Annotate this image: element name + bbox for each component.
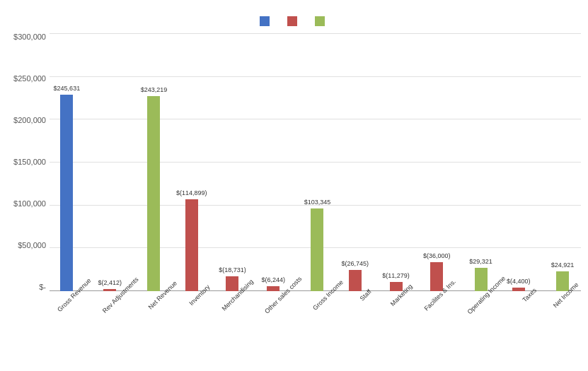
y-axis: $300,000$250,000$200,000$150,000$100,000… bbox=[7, 33, 50, 309]
y-axis-label: $200,000 bbox=[13, 117, 46, 124]
bar-group: $103,345 bbox=[295, 33, 336, 291]
bar-wrapper: $(26,745) bbox=[349, 270, 362, 291]
bar-value-label: $(114,899) bbox=[176, 189, 207, 196]
bar-decrease: $(18,731) bbox=[226, 276, 238, 291]
x-labels: Gross RevenueRev AdjustmentsNet RevenueI… bbox=[50, 291, 581, 309]
x-label: Operating Income bbox=[459, 291, 509, 309]
legend-decrease bbox=[287, 16, 301, 26]
bar-group: $245,631 bbox=[50, 33, 91, 291]
bar-group: $29,321 bbox=[459, 33, 500, 291]
bar-group: $(6,244) bbox=[254, 33, 295, 291]
bar-group: $(36,000) bbox=[417, 33, 459, 291]
x-label: Rev Adjustments bbox=[94, 291, 142, 309]
legend-increase-swatch bbox=[260, 16, 270, 26]
bar-value-label: $24,921 bbox=[551, 261, 575, 269]
bar-group: $(26,745) bbox=[335, 33, 376, 291]
x-label: Staff bbox=[345, 291, 381, 309]
bar-value-label: $(6,244) bbox=[261, 276, 285, 283]
legend-total bbox=[315, 16, 328, 26]
bar-group: $(4,400) bbox=[499, 33, 540, 291]
bar-value-label: $(26,745) bbox=[341, 260, 369, 267]
bar-wrapper: $(18,731) bbox=[226, 276, 238, 291]
bar-group: $243,219 bbox=[132, 33, 173, 291]
bars-area: $245,631$(2,412)$243,219$(114,899)$(18,7… bbox=[50, 33, 581, 291]
legend-total-swatch bbox=[315, 16, 325, 26]
bar-decrease: $(26,745) bbox=[349, 270, 362, 291]
x-label: Inventory bbox=[179, 291, 215, 309]
chart-container: $300,000$250,000$200,000$150,000$100,000… bbox=[0, 0, 588, 371]
x-label: Gross Income bbox=[306, 291, 345, 309]
x-label: Gross Revenue bbox=[50, 291, 94, 309]
bar-group: $(114,899) bbox=[172, 33, 213, 291]
bar-wrapper: $29,321 bbox=[475, 268, 488, 291]
bar-wrapper: $243,219 bbox=[147, 96, 160, 291]
bar-value-label: $(36,000) bbox=[423, 252, 451, 259]
bar-value-label: $245,631 bbox=[54, 85, 81, 92]
bar-value-label: $(11,279) bbox=[382, 272, 410, 279]
legend-decrease-swatch bbox=[287, 16, 297, 26]
bar-group: $24,921 bbox=[540, 33, 581, 291]
bar-increase: $245,631 bbox=[60, 95, 73, 291]
bar-wrapper: $245,631 bbox=[60, 95, 73, 291]
x-label: Net Revenue bbox=[142, 291, 179, 309]
bar-wrapper: $(114,899) bbox=[185, 199, 198, 291]
y-axis-label: $150,000 bbox=[13, 158, 46, 166]
y-axis-label: $250,000 bbox=[13, 75, 46, 83]
bar-wrapper: $(36,000) bbox=[430, 262, 443, 291]
x-label: Taxes bbox=[509, 291, 545, 309]
bar-value-label: $(2,412) bbox=[98, 279, 122, 286]
bar-total: $243,219 bbox=[147, 96, 160, 291]
bar-value-label: $29,321 bbox=[469, 258, 492, 265]
bar-decrease: $(114,899) bbox=[185, 199, 198, 291]
x-label: Merchandising bbox=[214, 291, 256, 309]
y-axis-label: $100,000 bbox=[13, 200, 46, 208]
bar-value-label: $103,345 bbox=[304, 199, 331, 206]
chart-legend bbox=[7, 16, 581, 26]
bar-value-label: $(18,731) bbox=[219, 266, 246, 273]
bar-total: $103,345 bbox=[311, 208, 323, 291]
legend-increase bbox=[260, 16, 273, 26]
bar-decrease: $(6,244) bbox=[267, 286, 279, 291]
bar-group: $(18,731) bbox=[213, 33, 254, 291]
bar-group: $(11,279) bbox=[376, 33, 417, 291]
y-axis-label: $50,000 bbox=[18, 242, 46, 249]
x-label: Marketing bbox=[381, 291, 417, 309]
bar-value-label: $243,219 bbox=[141, 86, 168, 93]
bar-group: $(2,412) bbox=[91, 33, 132, 291]
bar-wrapper: $(6,244) bbox=[267, 286, 279, 291]
bar-decrease: $(36,000) bbox=[430, 262, 443, 291]
x-label: Other sales costs bbox=[256, 291, 306, 309]
x-label: Facilites & Ins. bbox=[417, 291, 459, 309]
y-axis-label: $300,000 bbox=[13, 33, 46, 41]
bar-total: $29,321 bbox=[475, 268, 488, 291]
x-label: Net Income bbox=[545, 291, 581, 309]
bar-wrapper: $103,345 bbox=[311, 208, 323, 291]
y-axis-label: $- bbox=[39, 283, 46, 291]
chart-area: $300,000$250,000$200,000$150,000$100,000… bbox=[7, 33, 581, 309]
bar-value-label: $(4,400) bbox=[507, 278, 531, 285]
plot-area: $245,631$(2,412)$243,219$(114,899)$(18,7… bbox=[50, 33, 581, 309]
